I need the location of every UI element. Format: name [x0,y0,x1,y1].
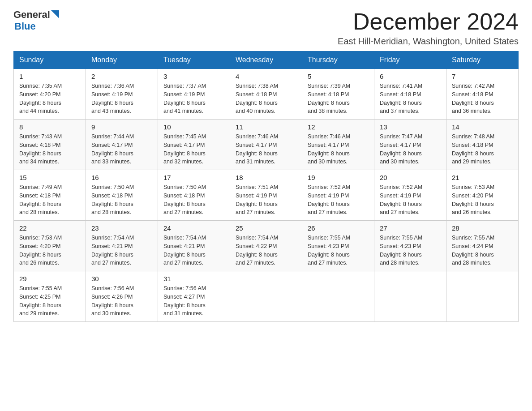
day-number: 1 [19,73,80,80]
table-row: 6 Sunrise: 7:41 AM Sunset: 4:18 PM Dayli… [374,69,446,120]
day-number: 4 [236,73,296,80]
day-info: Sunrise: 7:50 AM Sunset: 4:18 PM Dayligh… [91,183,152,217]
table-row: 4 Sunrise: 7:38 AM Sunset: 4:18 PM Dayli… [230,69,302,120]
table-row: 28 Sunrise: 7:55 AM Sunset: 4:24 PM Dayl… [446,221,519,271]
day-number: 15 [19,174,80,181]
day-number: 19 [308,174,369,181]
day-info: Sunrise: 7:55 AM Sunset: 4:23 PM Dayligh… [380,234,441,267]
day-info: Sunrise: 7:47 AM Sunset: 4:17 PM Dayligh… [380,133,441,166]
table-row: 17 Sunrise: 7:50 AM Sunset: 4:18 PM Dayl… [158,170,230,221]
table-row [302,271,374,322]
location-title: East Hill-Meridian, Washington, United S… [338,36,519,47]
header-friday: Friday [374,51,446,69]
table-row: 1 Sunrise: 7:35 AM Sunset: 4:20 PM Dayli… [14,69,86,120]
day-number: 16 [91,174,152,181]
page-header: General Blue December 2024 East Hill-Mer… [13,9,519,47]
svg-marker-0 [51,10,59,18]
day-info: Sunrise: 7:56 AM Sunset: 4:26 PM Dayligh… [91,284,152,318]
logo-blue-text: Blue [14,21,36,32]
table-row [230,271,302,322]
day-info: Sunrise: 7:54 AM Sunset: 4:21 PM Dayligh… [91,234,152,267]
day-info: Sunrise: 7:50 AM Sunset: 4:18 PM Dayligh… [163,183,224,217]
table-row: 20 Sunrise: 7:52 AM Sunset: 4:19 PM Dayl… [374,170,446,221]
day-number: 11 [236,123,296,131]
table-row: 8 Sunrise: 7:43 AM Sunset: 4:18 PM Dayli… [14,120,86,170]
header-wednesday: Wednesday [230,51,302,69]
table-row: 26 Sunrise: 7:55 AM Sunset: 4:23 PM Dayl… [302,221,374,271]
table-row: 11 Sunrise: 7:46 AM Sunset: 4:17 PM Dayl… [230,120,302,170]
day-number: 26 [308,224,369,232]
day-info: Sunrise: 7:55 AM Sunset: 4:23 PM Dayligh… [308,234,369,267]
day-number: 5 [308,73,369,80]
day-info: Sunrise: 7:39 AM Sunset: 4:18 PM Dayligh… [308,82,369,116]
day-number: 27 [380,224,441,232]
day-info: Sunrise: 7:48 AM Sunset: 4:18 PM Dayligh… [452,133,513,166]
table-row: 29 Sunrise: 7:55 AM Sunset: 4:25 PM Dayl… [14,271,86,322]
week-row-3: 15 Sunrise: 7:49 AM Sunset: 4:18 PM Dayl… [14,170,519,221]
table-row: 16 Sunrise: 7:50 AM Sunset: 4:18 PM Dayl… [86,170,158,221]
header-tuesday: Tuesday [158,51,230,69]
day-number: 6 [380,73,441,80]
table-row: 12 Sunrise: 7:46 AM Sunset: 4:17 PM Dayl… [302,120,374,170]
table-row: 2 Sunrise: 7:36 AM Sunset: 4:19 PM Dayli… [86,69,158,120]
header-thursday: Thursday [302,51,374,69]
day-info: Sunrise: 7:41 AM Sunset: 4:18 PM Dayligh… [380,82,441,116]
day-number: 28 [452,224,513,232]
day-number: 2 [91,73,152,80]
day-number: 7 [452,73,513,80]
day-info: Sunrise: 7:52 AM Sunset: 4:19 PM Dayligh… [380,183,441,217]
day-number: 10 [163,123,224,131]
header-saturday: Saturday [446,51,519,69]
table-row: 18 Sunrise: 7:51 AM Sunset: 4:19 PM Dayl… [230,170,302,221]
day-number: 25 [236,224,296,232]
day-info: Sunrise: 7:46 AM Sunset: 4:17 PM Dayligh… [236,133,296,166]
day-info: Sunrise: 7:42 AM Sunset: 4:18 PM Dayligh… [452,82,513,116]
weekday-header-row: Sunday Monday Tuesday Wednesday Thursday… [14,51,519,69]
table-row: 25 Sunrise: 7:54 AM Sunset: 4:22 PM Dayl… [230,221,302,271]
day-number: 17 [163,174,224,181]
day-number: 23 [91,224,152,232]
table-row: 15 Sunrise: 7:49 AM Sunset: 4:18 PM Dayl… [14,170,86,221]
table-row: 27 Sunrise: 7:55 AM Sunset: 4:23 PM Dayl… [374,221,446,271]
week-row-1: 1 Sunrise: 7:35 AM Sunset: 4:20 PM Dayli… [14,69,519,120]
day-info: Sunrise: 7:56 AM Sunset: 4:27 PM Dayligh… [163,284,224,318]
table-row: 14 Sunrise: 7:48 AM Sunset: 4:18 PM Dayl… [446,120,519,170]
day-info: Sunrise: 7:49 AM Sunset: 4:18 PM Dayligh… [19,183,80,217]
day-number: 24 [163,224,224,232]
day-number: 31 [163,275,224,283]
day-info: Sunrise: 7:35 AM Sunset: 4:20 PM Dayligh… [19,82,80,116]
day-number: 21 [452,174,513,181]
day-info: Sunrise: 7:46 AM Sunset: 4:17 PM Dayligh… [308,133,369,166]
week-row-4: 22 Sunrise: 7:53 AM Sunset: 4:20 PM Dayl… [14,221,519,271]
table-row [374,271,446,322]
day-info: Sunrise: 7:38 AM Sunset: 4:18 PM Dayligh… [236,82,296,116]
table-row [446,271,519,322]
table-row: 5 Sunrise: 7:39 AM Sunset: 4:18 PM Dayli… [302,69,374,120]
day-info: Sunrise: 7:36 AM Sunset: 4:19 PM Dayligh… [91,82,152,116]
logo-general-text: General [13,9,50,21]
table-row: 9 Sunrise: 7:44 AM Sunset: 4:17 PM Dayli… [86,120,158,170]
day-info: Sunrise: 7:44 AM Sunset: 4:17 PM Dayligh… [91,133,152,166]
table-row: 23 Sunrise: 7:54 AM Sunset: 4:21 PM Dayl… [86,221,158,271]
day-number: 29 [19,275,80,283]
header-monday: Monday [86,51,158,69]
title-block: December 2024 East Hill-Meridian, Washin… [338,9,519,47]
table-row: 13 Sunrise: 7:47 AM Sunset: 4:17 PM Dayl… [374,120,446,170]
logo-arrow-icon [51,10,61,20]
day-info: Sunrise: 7:55 AM Sunset: 4:24 PM Dayligh… [452,234,513,267]
day-info: Sunrise: 7:45 AM Sunset: 4:17 PM Dayligh… [163,133,224,166]
header-sunday: Sunday [14,51,86,69]
day-info: Sunrise: 7:54 AM Sunset: 4:22 PM Dayligh… [236,234,296,267]
day-info: Sunrise: 7:54 AM Sunset: 4:21 PM Dayligh… [163,234,224,267]
day-number: 14 [452,123,513,131]
table-row: 30 Sunrise: 7:56 AM Sunset: 4:26 PM Dayl… [86,271,158,322]
table-row: 7 Sunrise: 7:42 AM Sunset: 4:18 PM Dayli… [446,69,519,120]
day-number: 13 [380,123,441,131]
calendar-table: Sunday Monday Tuesday Wednesday Thursday… [13,51,519,322]
day-info: Sunrise: 7:51 AM Sunset: 4:19 PM Dayligh… [236,183,296,217]
day-info: Sunrise: 7:52 AM Sunset: 4:19 PM Dayligh… [308,183,369,217]
table-row: 19 Sunrise: 7:52 AM Sunset: 4:19 PM Dayl… [302,170,374,221]
day-number: 12 [308,123,369,131]
table-row: 22 Sunrise: 7:53 AM Sunset: 4:20 PM Dayl… [14,221,86,271]
day-number: 22 [19,224,80,232]
